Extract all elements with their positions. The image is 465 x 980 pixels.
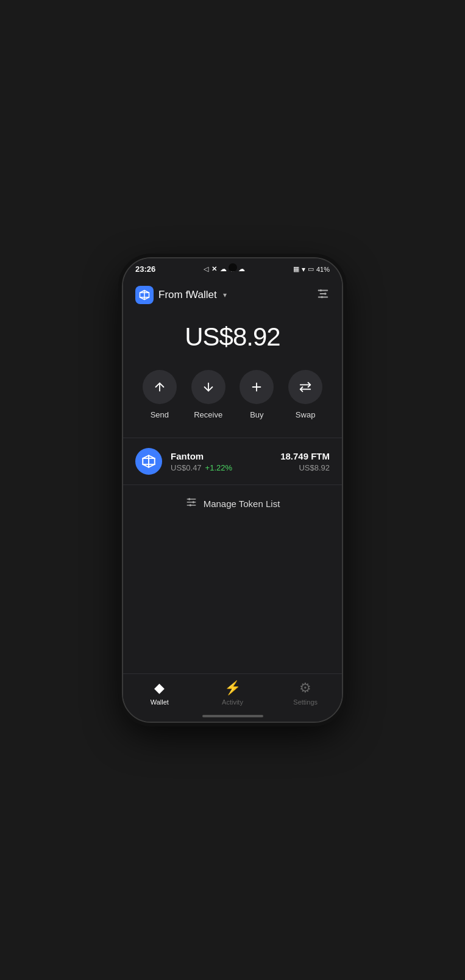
receive-icon [202,380,215,394]
buy-circle [240,370,274,404]
manage-token-label: Manage Token List [204,499,280,509]
token-change-fantom: +1.22% [205,463,232,472]
receive-button[interactable]: Receive [191,370,225,419]
action-buttons: Send Receive [123,370,342,438]
buy-label: Buy [250,410,263,419]
send-icon [153,380,166,394]
swap-label: Swap [296,410,316,419]
activity-nav-icon: ⚡ [224,680,241,696]
svg-point-19 [189,504,191,506]
token-usd-fantom: US$8.92 [280,463,330,472]
token-balance-fantom: 18.749 FTM US$8.92 [280,451,330,472]
token-list: Fantom US$0.47 +1.22% 18.749 FTM US$8.92 [123,438,342,485]
nav-activity[interactable]: ⚡ Activity [196,680,269,706]
fantom-logo-icon [141,453,157,469]
svg-point-15 [188,498,190,500]
swap-circle [288,370,322,404]
home-bar [202,715,263,717]
status-time: 23:26 [135,265,155,274]
wallet-logo [135,286,154,304]
swap-button[interactable]: Swap [288,370,322,419]
header: From fWallet ▾ [123,277,342,310]
token-price-row-fantom: US$0.47 +1.22% [171,463,272,472]
receive-label: Receive [194,410,222,419]
nav-wallet[interactable]: ◆ Wallet [123,680,196,706]
receive-circle [191,370,225,404]
buy-button[interactable]: Buy [240,370,274,419]
token-name-fantom: Fantom [171,451,272,461]
settings-nav-label: Settings [293,698,318,706]
token-icon-fantom [135,448,162,475]
manage-token-list-button[interactable]: Manage Token List [123,485,342,522]
home-indicator [123,711,342,722]
wallet-nav-label: Wallet [151,698,169,706]
token-price-fantom: US$0.47 [171,463,202,472]
battery-percent: 41% [316,266,330,273]
phone-inner: 23:26 ◁ ✕ ☁ G ☁ ▦ ▾ ▭ 41% [123,258,342,722]
token-amount-fantom: 18.749 FTM [280,451,330,461]
status-right-icons: ▦ ▾ ▭ 41% [293,265,330,274]
swap-icon [299,380,312,394]
chevron-down-icon: ▾ [223,291,227,299]
svg-point-3 [320,289,322,291]
svg-point-17 [192,501,194,503]
camera-notch [229,263,237,272]
balance-amount: US$8.92 [135,322,330,352]
wallet-nav-icon: ◆ [154,680,165,696]
bottom-nav: ◆ Wallet ⚡ Activity ⚙ Settings [123,673,342,711]
manage-icon [185,496,197,511]
balance-section: US$8.92 [123,310,342,370]
status-icons: ◁ ✕ ☁ G ☁ [204,265,245,273]
filter-icon[interactable] [316,287,330,304]
token-item-fantom[interactable]: Fantom US$0.47 +1.22% 18.749 FTM US$8.92 [123,438,342,485]
wallet-selector[interactable]: From fWallet ▾ [135,286,227,304]
sim-icon: ▦ [293,265,299,273]
token-info-fantom: Fantom US$0.47 +1.22% [171,451,272,472]
cloud2-icon: ☁ [238,265,245,273]
send-label: Send [151,410,169,419]
phone-frame: 23:26 ◁ ✕ ☁ G ☁ ▦ ▾ ▭ 41% [122,257,343,723]
wallet-name: From fWallet [158,289,217,301]
send-button[interactable]: Send [143,370,177,419]
cloud-icon: ☁ [220,265,227,273]
settings-nav-icon: ⚙ [299,680,311,696]
fwallet-logo-icon [138,289,151,301]
buy-icon [250,380,263,394]
wifi-icon: ▾ [302,265,305,274]
svg-point-4 [324,293,327,295]
twitter-icon: ✕ [211,265,217,273]
nav-settings[interactable]: ⚙ Settings [269,680,342,706]
main-content: From fWallet ▾ [123,277,342,673]
battery-icon: ▭ [308,265,314,273]
send-circle [143,370,177,404]
activity-nav-label: Activity [222,698,243,706]
nav-icon: ◁ [204,265,208,273]
